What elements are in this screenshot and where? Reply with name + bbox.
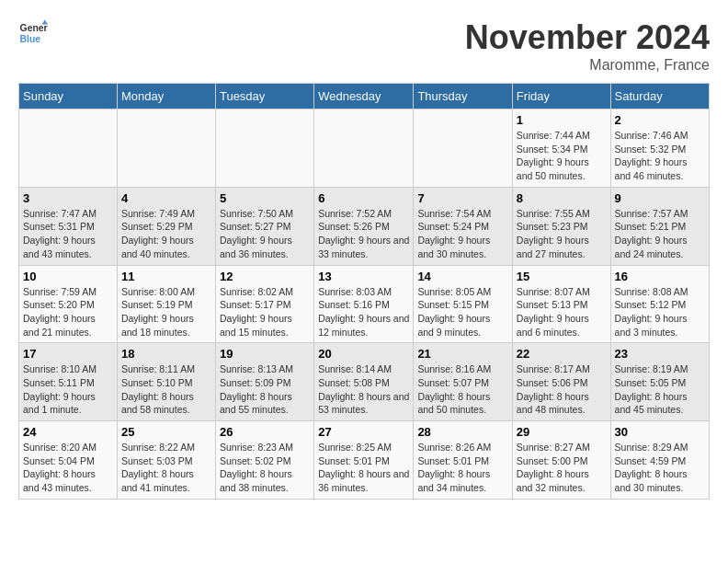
day-number: 20 [318, 347, 409, 361]
day-number: 29 [517, 425, 607, 439]
day-number: 14 [417, 270, 507, 283]
calendar-cell: 26Sunrise: 8:23 AM Sunset: 5:02 PM Dayli… [215, 421, 313, 500]
logo-icon: General Blue [18, 18, 48, 48]
day-info: Sunrise: 8:23 AM Sunset: 5:02 PM Dayligh… [220, 441, 310, 495]
day-info: Sunrise: 8:27 AM Sunset: 5:00 PM Dayligh… [517, 441, 607, 495]
weekday-header: Thursday [414, 84, 512, 109]
weekday-header: Tuesday [215, 84, 313, 109]
day-info: Sunrise: 7:57 AM Sunset: 5:21 PM Dayligh… [615, 207, 705, 261]
day-number: 25 [121, 425, 211, 439]
calendar-cell: 3Sunrise: 7:47 AM Sunset: 5:31 PM Daylig… [19, 187, 118, 265]
day-info: Sunrise: 8:13 AM Sunset: 5:09 PM Dayligh… [220, 362, 310, 417]
day-number: 1 [517, 113, 607, 127]
day-info: Sunrise: 8:19 AM Sunset: 5:05 PM Dayligh… [615, 362, 705, 417]
calendar-cell: 14Sunrise: 8:05 AM Sunset: 5:15 PM Dayli… [414, 265, 512, 343]
day-number: 9 [615, 191, 705, 205]
day-number: 12 [220, 270, 310, 283]
logo: General Blue [18, 18, 48, 48]
calendar-cell: 24Sunrise: 8:20 AM Sunset: 5:04 PM Dayli… [19, 421, 118, 500]
weekday-header: Saturday [610, 84, 709, 109]
calendar-cell: 9Sunrise: 7:57 AM Sunset: 5:21 PM Daylig… [610, 187, 709, 265]
day-number: 19 [220, 347, 310, 361]
day-info: Sunrise: 8:22 AM Sunset: 5:03 PM Dayligh… [121, 441, 211, 495]
calendar-cell: 2Sunrise: 7:46 AM Sunset: 5:32 PM Daylig… [610, 109, 709, 188]
day-info: Sunrise: 8:25 AM Sunset: 5:01 PM Dayligh… [318, 441, 409, 495]
day-info: Sunrise: 8:29 AM Sunset: 4:59 PM Dayligh… [615, 441, 705, 495]
svg-text:Blue: Blue [20, 34, 41, 44]
day-number: 30 [615, 425, 705, 439]
calendar-cell: 7Sunrise: 7:54 AM Sunset: 5:24 PM Daylig… [414, 187, 512, 265]
day-info: Sunrise: 7:46 AM Sunset: 5:32 PM Dayligh… [615, 129, 705, 183]
day-info: Sunrise: 7:50 AM Sunset: 5:27 PM Dayligh… [220, 207, 310, 261]
day-info: Sunrise: 7:54 AM Sunset: 5:24 PM Dayligh… [417, 207, 507, 261]
day-info: Sunrise: 7:55 AM Sunset: 5:23 PM Dayligh… [517, 207, 607, 261]
day-number: 10 [23, 270, 113, 283]
day-number: 23 [615, 347, 705, 361]
calendar-header-row: SundayMondayTuesdayWednesdayThursdayFrid… [19, 84, 710, 109]
calendar-week-row: 1Sunrise: 7:44 AM Sunset: 5:34 PM Daylig… [19, 109, 710, 188]
calendar-cell: 25Sunrise: 8:22 AM Sunset: 5:03 PM Dayli… [117, 421, 215, 500]
day-number: 2 [615, 113, 705, 127]
calendar-cell: 13Sunrise: 8:03 AM Sunset: 5:16 PM Dayli… [314, 265, 414, 343]
day-info: Sunrise: 8:07 AM Sunset: 5:13 PM Dayligh… [517, 285, 607, 339]
calendar-week-row: 10Sunrise: 7:59 AM Sunset: 5:20 PM Dayli… [19, 265, 710, 343]
page-header: General Blue November 2024 Maromme, Fran… [18, 18, 710, 74]
day-number: 22 [517, 347, 607, 361]
day-number: 5 [220, 191, 310, 205]
day-info: Sunrise: 8:11 AM Sunset: 5:10 PM Dayligh… [121, 362, 211, 417]
day-info: Sunrise: 7:52 AM Sunset: 5:26 PM Dayligh… [318, 207, 409, 261]
day-info: Sunrise: 7:47 AM Sunset: 5:31 PM Dayligh… [23, 207, 113, 261]
location-title: Maromme, France [465, 57, 710, 74]
calendar-cell [19, 109, 118, 188]
calendar-cell: 20Sunrise: 8:14 AM Sunset: 5:08 PM Dayli… [314, 343, 414, 421]
weekday-header: Friday [512, 84, 610, 109]
day-info: Sunrise: 8:05 AM Sunset: 5:15 PM Dayligh… [417, 285, 507, 339]
day-number: 4 [121, 191, 211, 205]
calendar-cell: 11Sunrise: 8:00 AM Sunset: 5:19 PM Dayli… [117, 265, 215, 343]
day-info: Sunrise: 7:44 AM Sunset: 5:34 PM Dayligh… [517, 129, 607, 183]
svg-text:General: General [20, 23, 48, 33]
calendar-cell [414, 109, 512, 188]
weekday-header: Monday [117, 84, 215, 109]
calendar-cell: 17Sunrise: 8:10 AM Sunset: 5:11 PM Dayli… [19, 343, 118, 421]
calendar-body: 1Sunrise: 7:44 AM Sunset: 5:34 PM Daylig… [19, 109, 710, 500]
calendar-cell: 1Sunrise: 7:44 AM Sunset: 5:34 PM Daylig… [512, 109, 610, 188]
calendar-cell: 21Sunrise: 8:16 AM Sunset: 5:07 PM Dayli… [414, 343, 512, 421]
calendar-table: SundayMondayTuesdayWednesdayThursdayFrid… [18, 83, 710, 500]
calendar-cell: 16Sunrise: 8:08 AM Sunset: 5:12 PM Dayli… [610, 265, 709, 343]
day-number: 6 [318, 191, 409, 205]
calendar-cell: 12Sunrise: 8:02 AM Sunset: 5:17 PM Dayli… [215, 265, 313, 343]
day-info: Sunrise: 7:49 AM Sunset: 5:29 PM Dayligh… [121, 207, 211, 261]
weekday-header: Wednesday [314, 84, 414, 109]
calendar-cell: 22Sunrise: 8:17 AM Sunset: 5:06 PM Dayli… [512, 343, 610, 421]
day-info: Sunrise: 8:17 AM Sunset: 5:06 PM Dayligh… [517, 362, 607, 417]
calendar-cell: 6Sunrise: 7:52 AM Sunset: 5:26 PM Daylig… [314, 187, 414, 265]
calendar-cell: 10Sunrise: 7:59 AM Sunset: 5:20 PM Dayli… [19, 265, 118, 343]
month-title: November 2024 [465, 18, 710, 57]
day-number: 27 [318, 425, 409, 439]
day-number: 21 [417, 347, 507, 361]
day-info: Sunrise: 8:26 AM Sunset: 5:01 PM Dayligh… [417, 441, 507, 495]
calendar-week-row: 3Sunrise: 7:47 AM Sunset: 5:31 PM Daylig… [19, 187, 710, 265]
day-info: Sunrise: 8:08 AM Sunset: 5:12 PM Dayligh… [615, 285, 705, 339]
calendar-cell: 8Sunrise: 7:55 AM Sunset: 5:23 PM Daylig… [512, 187, 610, 265]
day-info: Sunrise: 8:10 AM Sunset: 5:11 PM Dayligh… [23, 362, 113, 417]
calendar-cell: 30Sunrise: 8:29 AM Sunset: 4:59 PM Dayli… [610, 421, 709, 500]
calendar-cell: 27Sunrise: 8:25 AM Sunset: 5:01 PM Dayli… [314, 421, 414, 500]
calendar-week-row: 24Sunrise: 8:20 AM Sunset: 5:04 PM Dayli… [19, 421, 710, 500]
day-number: 11 [121, 270, 211, 283]
calendar-cell: 15Sunrise: 8:07 AM Sunset: 5:13 PM Dayli… [512, 265, 610, 343]
day-number: 7 [417, 191, 507, 205]
day-number: 17 [23, 347, 113, 361]
day-number: 28 [417, 425, 507, 439]
calendar-cell: 28Sunrise: 8:26 AM Sunset: 5:01 PM Dayli… [414, 421, 512, 500]
day-number: 8 [517, 191, 607, 205]
calendar-cell: 18Sunrise: 8:11 AM Sunset: 5:10 PM Dayli… [117, 343, 215, 421]
day-number: 13 [318, 270, 409, 283]
calendar-week-row: 17Sunrise: 8:10 AM Sunset: 5:11 PM Dayli… [19, 343, 710, 421]
calendar-cell [215, 109, 313, 188]
day-info: Sunrise: 8:00 AM Sunset: 5:19 PM Dayligh… [121, 285, 211, 339]
day-info: Sunrise: 7:59 AM Sunset: 5:20 PM Dayligh… [23, 285, 113, 339]
day-info: Sunrise: 8:20 AM Sunset: 5:04 PM Dayligh… [23, 441, 113, 495]
day-info: Sunrise: 8:02 AM Sunset: 5:17 PM Dayligh… [220, 285, 310, 339]
